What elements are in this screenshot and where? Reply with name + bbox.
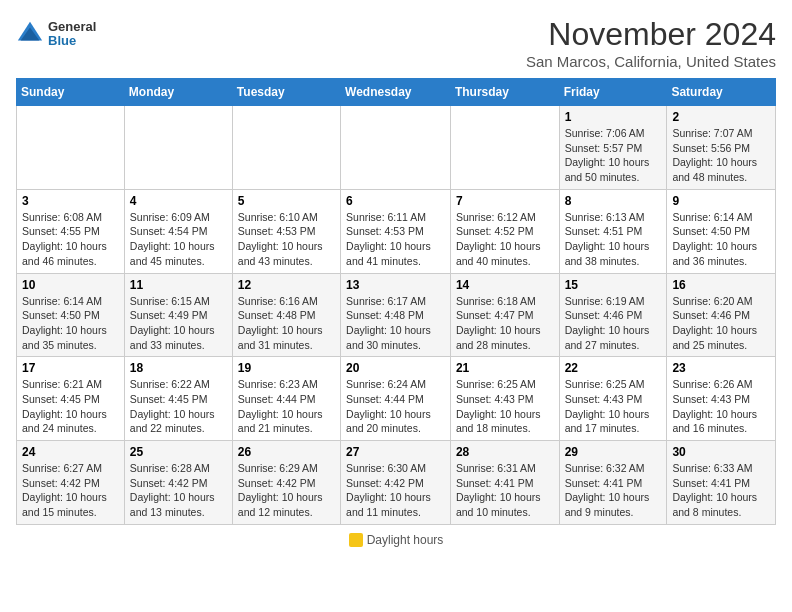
calendar-day-cell: 12Sunrise: 6:16 AM Sunset: 4:48 PM Dayli… <box>232 273 340 357</box>
day-number: 11 <box>130 278 227 292</box>
day-number: 6 <box>346 194 445 208</box>
calendar-week-row: 3Sunrise: 6:08 AM Sunset: 4:55 PM Daylig… <box>17 189 776 273</box>
day-info: Sunrise: 6:26 AM Sunset: 4:43 PM Dayligh… <box>672 377 770 436</box>
day-info: Sunrise: 6:12 AM Sunset: 4:52 PM Dayligh… <box>456 210 554 269</box>
day-number: 2 <box>672 110 770 124</box>
day-number: 22 <box>565 361 662 375</box>
calendar-header-cell: Monday <box>124 79 232 106</box>
day-number: 23 <box>672 361 770 375</box>
day-info: Sunrise: 6:20 AM Sunset: 4:46 PM Dayligh… <box>672 294 770 353</box>
footer: Daylight hours <box>16 533 776 547</box>
day-number: 29 <box>565 445 662 459</box>
day-info: Sunrise: 6:22 AM Sunset: 4:45 PM Dayligh… <box>130 377 227 436</box>
day-number: 30 <box>672 445 770 459</box>
calendar-day-cell: 3Sunrise: 6:08 AM Sunset: 4:55 PM Daylig… <box>17 189 125 273</box>
day-info: Sunrise: 6:32 AM Sunset: 4:41 PM Dayligh… <box>565 461 662 520</box>
calendar-day-cell: 21Sunrise: 6:25 AM Sunset: 4:43 PM Dayli… <box>450 357 559 441</box>
calendar-day-cell: 13Sunrise: 6:17 AM Sunset: 4:48 PM Dayli… <box>341 273 451 357</box>
day-info: Sunrise: 6:11 AM Sunset: 4:53 PM Dayligh… <box>346 210 445 269</box>
calendar-week-row: 10Sunrise: 6:14 AM Sunset: 4:50 PM Dayli… <box>17 273 776 357</box>
day-number: 15 <box>565 278 662 292</box>
day-info: Sunrise: 6:31 AM Sunset: 4:41 PM Dayligh… <box>456 461 554 520</box>
logo-icon <box>16 20 44 48</box>
day-info: Sunrise: 6:17 AM Sunset: 4:48 PM Dayligh… <box>346 294 445 353</box>
day-number: 1 <box>565 110 662 124</box>
day-info: Sunrise: 6:16 AM Sunset: 4:48 PM Dayligh… <box>238 294 335 353</box>
day-info: Sunrise: 6:08 AM Sunset: 4:55 PM Dayligh… <box>22 210 119 269</box>
calendar-day-cell: 23Sunrise: 6:26 AM Sunset: 4:43 PM Dayli… <box>667 357 776 441</box>
calendar-day-cell: 30Sunrise: 6:33 AM Sunset: 4:41 PM Dayli… <box>667 441 776 525</box>
calendar-header-row: SundayMondayTuesdayWednesdayThursdayFrid… <box>17 79 776 106</box>
day-info: Sunrise: 6:15 AM Sunset: 4:49 PM Dayligh… <box>130 294 227 353</box>
calendar-day-cell: 5Sunrise: 6:10 AM Sunset: 4:53 PM Daylig… <box>232 189 340 273</box>
logo: General Blue <box>16 20 96 49</box>
calendar-day-cell: 7Sunrise: 6:12 AM Sunset: 4:52 PM Daylig… <box>450 189 559 273</box>
day-info: Sunrise: 6:30 AM Sunset: 4:42 PM Dayligh… <box>346 461 445 520</box>
daylight-legend: Daylight hours <box>349 533 444 547</box>
calendar-day-cell: 26Sunrise: 6:29 AM Sunset: 4:42 PM Dayli… <box>232 441 340 525</box>
header: General Blue November 2024 San Marcos, C… <box>16 16 776 70</box>
day-number: 13 <box>346 278 445 292</box>
calendar-day-cell: 27Sunrise: 6:30 AM Sunset: 4:42 PM Dayli… <box>341 441 451 525</box>
day-number: 26 <box>238 445 335 459</box>
calendar-day-cell <box>341 106 451 190</box>
day-number: 10 <box>22 278 119 292</box>
day-number: 17 <box>22 361 119 375</box>
calendar-day-cell: 6Sunrise: 6:11 AM Sunset: 4:53 PM Daylig… <box>341 189 451 273</box>
day-number: 24 <box>22 445 119 459</box>
day-number: 28 <box>456 445 554 459</box>
calendar-header-cell: Tuesday <box>232 79 340 106</box>
logo-blue-text: Blue <box>48 34 96 48</box>
day-info: Sunrise: 6:19 AM Sunset: 4:46 PM Dayligh… <box>565 294 662 353</box>
calendar-day-cell: 15Sunrise: 6:19 AM Sunset: 4:46 PM Dayli… <box>559 273 667 357</box>
day-number: 18 <box>130 361 227 375</box>
title-area: November 2024 San Marcos, California, Un… <box>526 16 776 70</box>
calendar-day-cell <box>450 106 559 190</box>
month-title: November 2024 <box>526 16 776 53</box>
calendar-day-cell: 25Sunrise: 6:28 AM Sunset: 4:42 PM Dayli… <box>124 441 232 525</box>
calendar-day-cell: 18Sunrise: 6:22 AM Sunset: 4:45 PM Dayli… <box>124 357 232 441</box>
day-number: 3 <box>22 194 119 208</box>
day-number: 12 <box>238 278 335 292</box>
calendar-day-cell: 16Sunrise: 6:20 AM Sunset: 4:46 PM Dayli… <box>667 273 776 357</box>
calendar-header-cell: Wednesday <box>341 79 451 106</box>
calendar-day-cell: 4Sunrise: 6:09 AM Sunset: 4:54 PM Daylig… <box>124 189 232 273</box>
calendar-week-row: 17Sunrise: 6:21 AM Sunset: 4:45 PM Dayli… <box>17 357 776 441</box>
day-info: Sunrise: 6:13 AM Sunset: 4:51 PM Dayligh… <box>565 210 662 269</box>
day-info: Sunrise: 6:14 AM Sunset: 4:50 PM Dayligh… <box>672 210 770 269</box>
day-info: Sunrise: 6:14 AM Sunset: 4:50 PM Dayligh… <box>22 294 119 353</box>
day-number: 5 <box>238 194 335 208</box>
day-info: Sunrise: 7:06 AM Sunset: 5:57 PM Dayligh… <box>565 126 662 185</box>
day-number: 14 <box>456 278 554 292</box>
day-number: 19 <box>238 361 335 375</box>
day-info: Sunrise: 6:24 AM Sunset: 4:44 PM Dayligh… <box>346 377 445 436</box>
day-number: 21 <box>456 361 554 375</box>
calendar-body: 1Sunrise: 7:06 AM Sunset: 5:57 PM Daylig… <box>17 106 776 525</box>
day-number: 8 <box>565 194 662 208</box>
calendar-day-cell: 17Sunrise: 6:21 AM Sunset: 4:45 PM Dayli… <box>17 357 125 441</box>
day-number: 20 <box>346 361 445 375</box>
day-info: Sunrise: 6:25 AM Sunset: 4:43 PM Dayligh… <box>565 377 662 436</box>
day-info: Sunrise: 6:09 AM Sunset: 4:54 PM Dayligh… <box>130 210 227 269</box>
calendar-day-cell: 19Sunrise: 6:23 AM Sunset: 4:44 PM Dayli… <box>232 357 340 441</box>
calendar-week-row: 1Sunrise: 7:06 AM Sunset: 5:57 PM Daylig… <box>17 106 776 190</box>
calendar-day-cell: 29Sunrise: 6:32 AM Sunset: 4:41 PM Dayli… <box>559 441 667 525</box>
calendar-header-cell: Thursday <box>450 79 559 106</box>
day-info: Sunrise: 6:28 AM Sunset: 4:42 PM Dayligh… <box>130 461 227 520</box>
calendar-header-cell: Friday <box>559 79 667 106</box>
calendar-day-cell: 8Sunrise: 6:13 AM Sunset: 4:51 PM Daylig… <box>559 189 667 273</box>
calendar-day-cell: 28Sunrise: 6:31 AM Sunset: 4:41 PM Dayli… <box>450 441 559 525</box>
day-info: Sunrise: 6:18 AM Sunset: 4:47 PM Dayligh… <box>456 294 554 353</box>
day-number: 27 <box>346 445 445 459</box>
calendar-day-cell: 10Sunrise: 6:14 AM Sunset: 4:50 PM Dayli… <box>17 273 125 357</box>
day-info: Sunrise: 6:29 AM Sunset: 4:42 PM Dayligh… <box>238 461 335 520</box>
calendar-day-cell: 20Sunrise: 6:24 AM Sunset: 4:44 PM Dayli… <box>341 357 451 441</box>
calendar-header-cell: Saturday <box>667 79 776 106</box>
calendar-day-cell <box>124 106 232 190</box>
day-number: 7 <box>456 194 554 208</box>
daylight-label: Daylight hours <box>367 533 444 547</box>
calendar-day-cell: 9Sunrise: 6:14 AM Sunset: 4:50 PM Daylig… <box>667 189 776 273</box>
day-info: Sunrise: 6:21 AM Sunset: 4:45 PM Dayligh… <box>22 377 119 436</box>
calendar-header-cell: Sunday <box>17 79 125 106</box>
day-number: 9 <box>672 194 770 208</box>
